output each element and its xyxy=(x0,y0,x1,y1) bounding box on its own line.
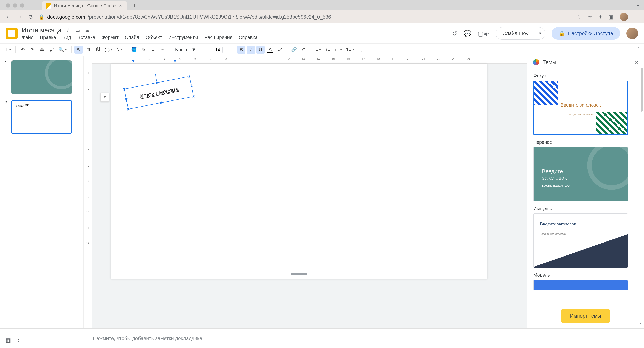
slide-thumb-1[interactable]: 1 xyxy=(4,60,79,94)
speaker-notes-resize-handle[interactable] xyxy=(291,273,307,275)
insert-link-button[interactable]: 🔗 xyxy=(290,45,298,54)
doc-title-input[interactable]: Итоги месяца xyxy=(22,27,62,34)
window-zoom[interactable] xyxy=(20,3,24,7)
theme-card-focus[interactable]: Введите заголовок Введите подзаголовок xyxy=(534,81,628,135)
bulleted-list-button[interactable]: ≔▼ xyxy=(333,45,344,54)
more-options-button[interactable]: ⋮ xyxy=(357,45,365,54)
url-field[interactable]: 🔒 docs.google.com/presentation/d/1-qp78z… xyxy=(38,14,331,20)
line-spacing-button[interactable]: ↕≡ xyxy=(324,45,332,54)
resize-handle[interactable] xyxy=(188,75,191,78)
menu-file[interactable]: Файл xyxy=(22,35,34,40)
underline-button[interactable]: U xyxy=(256,45,265,54)
browser-tab-active[interactable]: Итоги месяца - Google Презе × xyxy=(42,1,127,10)
star-icon[interactable]: ☆ xyxy=(66,27,71,33)
panel-scrollbar[interactable] xyxy=(641,68,643,111)
sidepanel-icon[interactable]: ▣ xyxy=(609,14,614,20)
zoom-button[interactable]: 🔍▼ xyxy=(57,45,68,54)
theme-card-model[interactable] xyxy=(534,280,628,290)
textbox-tool-button[interactable]: ⊞ xyxy=(84,45,92,54)
print-button[interactable]: 🖶 xyxy=(38,45,46,54)
menu-insert[interactable]: Вставка xyxy=(77,35,95,40)
themes-list[interactable]: Фокус Введите заголовок Введите подзагол… xyxy=(527,68,644,305)
fit-width-icon[interactable]: ⇳ xyxy=(100,93,109,101)
close-panel-icon[interactable]: × xyxy=(635,59,638,66)
shape-tool-button[interactable]: ◯▼ xyxy=(103,45,114,54)
image-tool-button[interactable]: 🖼 xyxy=(94,45,102,54)
highlight-button[interactable]: 🖍 xyxy=(276,45,284,54)
indent-marker-icon[interactable] xyxy=(174,60,176,62)
resize-handle[interactable] xyxy=(192,95,195,98)
menu-view[interactable]: Вид xyxy=(62,35,71,40)
rotate-handle[interactable] xyxy=(154,73,157,76)
resize-handle[interactable] xyxy=(156,81,158,84)
paint-format-button[interactable]: 🖌 xyxy=(48,45,56,54)
slide-canvas[interactable]: ⇳ xyxy=(111,63,487,279)
font-size-increase[interactable]: + xyxy=(224,46,231,53)
slides-app-icon[interactable] xyxy=(6,27,18,39)
select-tool-button[interactable]: ↖ xyxy=(74,45,83,54)
redo-button[interactable]: ↷ xyxy=(28,45,36,54)
collapse-filmstrip-icon[interactable]: ‹ xyxy=(17,337,19,344)
resize-handle[interactable] xyxy=(127,108,130,110)
window-minimize[interactable] xyxy=(13,3,17,7)
menu-object[interactable]: Объект xyxy=(146,35,162,40)
bookmark-star-icon[interactable]: ☆ xyxy=(588,14,592,20)
menu-help[interactable]: Справка xyxy=(239,35,258,40)
bold-button[interactable]: B xyxy=(237,45,246,54)
border-weight-button[interactable]: ≡ xyxy=(149,45,158,54)
nav-forward-icon[interactable]: → xyxy=(16,13,24,21)
resize-handle[interactable] xyxy=(190,85,193,88)
window-close[interactable] xyxy=(6,3,10,7)
new-slide-button[interactable]: +▼ xyxy=(4,45,12,54)
textbox-content[interactable]: Итоги месяца xyxy=(139,86,179,100)
toolbar-collapse-icon[interactable]: ˄ xyxy=(638,47,640,52)
explore-grid-icon[interactable]: ▦ xyxy=(6,337,11,344)
line-tool-button[interactable]: ╲▼ xyxy=(116,45,124,54)
text-color-button[interactable]: A xyxy=(266,45,274,54)
new-tab-button[interactable]: + xyxy=(130,2,139,10)
share-page-icon[interactable]: ⇪ xyxy=(577,14,582,20)
menu-extensions[interactable]: Расширения xyxy=(204,35,232,40)
font-family-select[interactable]: Nunito▼ xyxy=(173,45,198,54)
tab-overflow-icon[interactable]: ⌄ xyxy=(636,2,640,7)
border-dash-button[interactable]: ┄ xyxy=(159,45,167,54)
menu-format[interactable]: Формат xyxy=(102,35,118,40)
resize-handle[interactable] xyxy=(125,97,128,100)
resize-handle[interactable] xyxy=(123,87,126,90)
panel-collapse-icon[interactable]: ‹ xyxy=(640,321,642,326)
share-button[interactable]: 🔒 Настройки Доступа xyxy=(552,27,620,40)
align-button[interactable]: ≡▼ xyxy=(314,45,322,54)
nav-reload-icon[interactable]: ⟳ xyxy=(27,13,35,21)
selected-textbox[interactable]: Итоги месяца xyxy=(124,76,194,109)
theme-card-impuls[interactable]: Введите заголовок Введите подзаголовок xyxy=(534,214,628,268)
fill-color-button[interactable]: 🪣 xyxy=(130,45,138,54)
account-avatar-icon[interactable] xyxy=(626,27,638,39)
numbered-list-button[interactable]: 1≡▼ xyxy=(345,45,356,54)
menu-tools[interactable]: Инструменты xyxy=(168,35,198,40)
slideshow-dropdown[interactable]: ▼ xyxy=(535,27,545,40)
meet-camera-icon[interactable]: ▢◂▼ xyxy=(478,30,489,37)
menu-slide[interactable]: Слайд xyxy=(125,35,139,40)
menu-edit[interactable]: Правка xyxy=(40,35,56,40)
slide-thumb-2[interactable]: 2 Итоги месяца xyxy=(4,100,79,134)
resize-handle[interactable] xyxy=(159,101,162,104)
move-folder-icon[interactable]: ▭ xyxy=(75,27,80,33)
profile-avatar-icon[interactable] xyxy=(620,13,628,21)
slide-filmstrip[interactable]: 1 2 Итоги месяца xyxy=(0,56,84,328)
chrome-menu-icon[interactable]: ⋮ xyxy=(634,16,640,18)
italic-button[interactable]: I xyxy=(247,45,255,54)
theme-card-perenos[interactable]: Введите заголовок Введите подзаголовок xyxy=(534,147,628,201)
history-icon[interactable]: ↺ xyxy=(452,30,457,37)
nav-back-icon[interactable]: ← xyxy=(4,13,12,21)
speaker-notes[interactable]: ▦ ‹ Нажмите, чтобы добавить заметки докл… xyxy=(0,328,644,348)
extensions-puzzle-icon[interactable]: ✦ xyxy=(598,14,603,20)
border-color-button[interactable]: ✎ xyxy=(140,45,148,54)
comments-icon[interactable]: 💬 xyxy=(464,30,471,37)
slideshow-button[interactable]: Слайд-шоу xyxy=(496,27,535,40)
tab-close-icon[interactable]: × xyxy=(119,3,122,8)
font-size-input[interactable]: 14 xyxy=(213,46,223,53)
import-theme-button[interactable]: Импорт темы xyxy=(561,309,610,323)
insert-comment-button[interactable]: ⊕ xyxy=(300,45,308,54)
undo-button[interactable]: ↶ xyxy=(18,45,27,54)
font-size-decrease[interactable]: − xyxy=(204,46,212,53)
